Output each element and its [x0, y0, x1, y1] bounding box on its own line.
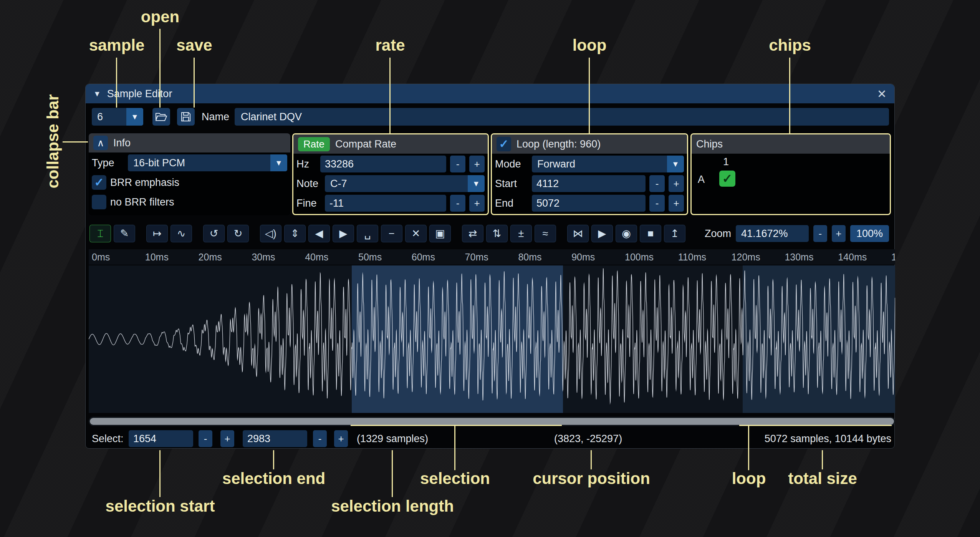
annotation-total-size-label: total size [788, 469, 857, 488]
apply-silence-icon[interactable]: − [381, 225, 402, 242]
chips-panel-header: Chips [692, 134, 890, 154]
delete-icon[interactable]: ✕ [405, 225, 427, 242]
chip-row-label: A [698, 174, 705, 186]
note-combo[interactable]: C-7 ▼ [325, 175, 485, 192]
ruler-label: 100ms [625, 252, 654, 263]
sample-toolbar: ⌶✎↦∿↺↻◁)⇕◀▶␣−✕▣⇄⇅±≈⋈▶◉■↥ Zoom 41.1672% -… [89, 224, 889, 243]
annotation-loop-line [589, 58, 590, 133]
insert-silence-icon[interactable]: ␣ [357, 225, 378, 242]
titlebar[interactable]: ▼ Sample Editor ✕ [86, 84, 894, 103]
annotation-loop-bottom-label: loop [732, 469, 766, 488]
preview-icon[interactable]: ▶ [591, 225, 613, 242]
selection-start-input[interactable]: 1654 [129, 430, 193, 447]
floppy-disk-icon [181, 112, 191, 122]
import-icon[interactable]: ↥ [664, 225, 685, 242]
annotation-rate-line [389, 58, 391, 133]
ruler-label: 70ms [465, 252, 488, 263]
collapse-bar-button[interactable]: ∧ [93, 136, 108, 150]
chevron-down-icon[interactable]: ▼ [468, 175, 485, 192]
status-row: Select: 1654 - + 2983 - + (1329 samples)… [86, 430, 894, 448]
hz-increment-button[interactable]: + [469, 156, 485, 172]
loop-enable-checkbox[interactable]: ✓ [497, 137, 511, 151]
normalize-icon[interactable]: ⇕ [284, 225, 306, 242]
zoom-input[interactable]: 41.1672% [736, 225, 809, 242]
fade-in-icon[interactable]: ◀ [308, 225, 330, 242]
sample-editor-window: ▼ Sample Editor ✕ 6 ▼ Name Clarinet DQV … [85, 84, 895, 449]
waveform-canvas[interactable] [89, 265, 895, 413]
chevron-down-icon[interactable]: ▼ [270, 154, 287, 171]
scrollbar-grab[interactable] [90, 418, 894, 425]
type-label: Type [92, 157, 124, 169]
selection-end-input[interactable]: 2983 [243, 430, 307, 447]
loop-mode-combo[interactable]: Forward ▼ [532, 156, 684, 172]
close-icon[interactable]: ✕ [877, 87, 887, 101]
selection-start-increment-button[interactable]: + [220, 430, 234, 447]
selection-start-decrement-button[interactable]: - [199, 430, 212, 447]
mode-label: Mode [495, 158, 528, 170]
loop-end-increment-button[interactable]: + [669, 195, 684, 212]
annotation-save-line [194, 58, 195, 108]
annotation-selection-end-line [273, 450, 274, 469]
chips-header-label: Chips [696, 138, 723, 150]
fine-input[interactable]: -11 [325, 195, 446, 212]
amplify-icon[interactable]: ◁) [260, 225, 281, 242]
selection-end-increment-button[interactable]: + [334, 430, 348, 447]
selection-end-decrement-button[interactable]: - [313, 430, 327, 447]
timeline-ruler[interactable]: 0ms10ms20ms30ms40ms50ms60ms70ms80ms90ms1… [89, 249, 895, 265]
hz-input[interactable]: 33286 [320, 156, 446, 172]
zoom-in-button[interactable]: + [832, 225, 846, 242]
chips-panel: Chips 1 A ✓ [690, 133, 891, 215]
sample-number-combo[interactable]: 6 ▼ [92, 108, 143, 126]
no-brr-filters-checkbox[interactable] [92, 195, 106, 209]
open-sample-button[interactable] [152, 108, 170, 126]
chip-enable-checkbox[interactable]: ✓ [719, 171, 735, 187]
filter-icon[interactable]: ≈ [535, 225, 556, 242]
trim-icon[interactable]: ▣ [429, 225, 451, 242]
loop-start-increment-button[interactable]: + [669, 175, 684, 192]
chips-grid: 1 A ✓ [692, 154, 890, 215]
zoom-out-button[interactable]: - [813, 225, 827, 242]
ruler-label: 140ms [838, 252, 867, 263]
loop-end-input[interactable]: 5072 [532, 195, 646, 212]
stop-icon[interactable]: ■ [640, 225, 661, 242]
sample-type-combo[interactable]: 16-bit PCM ▼ [128, 154, 287, 171]
ruler-label: 80ms [518, 252, 541, 263]
fine-decrement-button[interactable]: - [450, 195, 465, 212]
hz-decrement-button[interactable]: - [450, 156, 465, 172]
sample-name-input[interactable]: Clarinet DQV [235, 108, 889, 126]
check-icon: ✓ [722, 171, 733, 186]
waveform-view[interactable] [89, 265, 895, 413]
resample-icon[interactable]: ∿ [171, 225, 192, 242]
resize-icon[interactable]: ↦ [146, 225, 168, 242]
save-sample-button[interactable] [177, 108, 195, 126]
selection-length-text: (1329 samples) [357, 430, 428, 448]
loop-end-decrement-button[interactable]: - [649, 195, 665, 212]
hz-label: Hz [296, 158, 316, 170]
fade-out-icon[interactable]: ▶ [333, 225, 354, 242]
check-icon: ✓ [94, 177, 104, 188]
ruler-label: 0ms [92, 252, 110, 263]
loop-start-decrement-button[interactable]: - [649, 175, 665, 192]
annotation-selection-label: selection [420, 469, 490, 488]
annotation-selection-bracket [351, 425, 562, 426]
fine-increment-button[interactable]: + [469, 195, 485, 212]
loop-start-input[interactable]: 4112 [532, 175, 646, 192]
invert-icon[interactable]: ⇅ [486, 225, 508, 242]
reverse-icon[interactable]: ⇄ [462, 225, 483, 242]
redo-icon[interactable]: ↻ [227, 225, 249, 242]
chevron-down-icon[interactable]: ▼ [667, 156, 684, 172]
signedness-icon[interactable]: ± [510, 225, 532, 242]
ruler-label: 90ms [571, 252, 595, 263]
ruler-label: 60ms [412, 252, 435, 263]
zoom-reset-button[interactable]: 100% [850, 225, 889, 242]
draw-tool-icon[interactable]: ✎ [114, 225, 135, 242]
brr-emphasis-checkbox[interactable]: ✓ [92, 175, 106, 190]
window-collapse-icon[interactable]: ▼ [93, 90, 101, 98]
annotation-loop-label: loop [573, 36, 607, 55]
crossfade-icon[interactable]: ⋈ [567, 225, 589, 242]
rate-badge[interactable]: Rate [298, 137, 330, 151]
chevron-down-icon[interactable]: ▼ [126, 108, 143, 126]
undo-icon[interactable]: ↺ [203, 225, 225, 242]
preview-loop-icon[interactable]: ◉ [616, 225, 637, 242]
select-tool-icon[interactable]: ⌶ [89, 225, 111, 242]
